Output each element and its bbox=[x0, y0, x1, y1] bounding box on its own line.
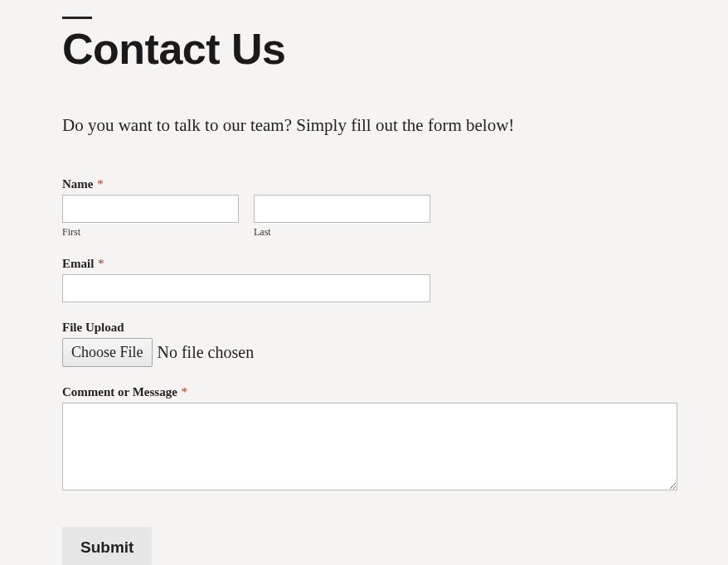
file-upload-field: File Upload Choose File No file chosen bbox=[62, 321, 666, 367]
file-status-text: No file chosen bbox=[158, 343, 255, 362]
intro-text: Do you want to talk to our team? Simply … bbox=[62, 115, 666, 136]
email-input[interactable] bbox=[62, 274, 430, 302]
name-label: Name * bbox=[62, 177, 666, 191]
email-label-text: Email bbox=[62, 257, 94, 270]
email-label: Email * bbox=[62, 257, 666, 271]
first-name-sublabel: First bbox=[62, 226, 239, 239]
first-name-input[interactable] bbox=[62, 195, 239, 223]
message-required-marker: * bbox=[182, 385, 188, 398]
name-field: Name * First Last bbox=[62, 177, 666, 239]
name-label-text: Name bbox=[62, 177, 94, 191]
file-upload-row: Choose File No file chosen bbox=[62, 338, 666, 367]
file-upload-label: File Upload bbox=[62, 321, 666, 335]
choose-file-button[interactable]: Choose File bbox=[62, 338, 153, 367]
email-required-marker: * bbox=[98, 257, 104, 270]
page-title: Contact Us bbox=[62, 24, 666, 74]
name-required-marker: * bbox=[97, 177, 104, 191]
email-field: Email * bbox=[62, 257, 666, 302]
message-field: Comment or Message * bbox=[62, 385, 666, 494]
file-upload-label-text: File Upload bbox=[62, 321, 124, 334]
submit-button[interactable]: Submit bbox=[62, 527, 152, 565]
name-row: First Last bbox=[62, 195, 666, 239]
message-label-text: Comment or Message bbox=[62, 385, 177, 398]
title-rule bbox=[62, 17, 92, 19]
last-name-input[interactable] bbox=[254, 195, 430, 223]
last-name-sublabel: Last bbox=[254, 226, 430, 239]
message-label: Comment or Message * bbox=[62, 385, 666, 399]
message-textarea[interactable] bbox=[62, 403, 677, 490]
last-name-col: Last bbox=[254, 195, 430, 239]
first-name-col: First bbox=[62, 195, 239, 239]
